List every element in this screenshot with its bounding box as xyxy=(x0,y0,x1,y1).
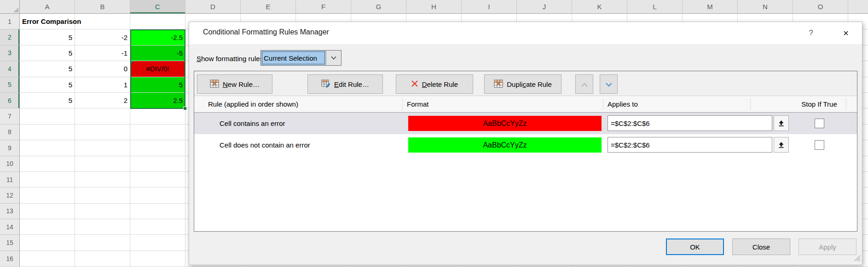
cell-C5[interactable]: 5 xyxy=(130,77,185,93)
column-header-L[interactable]: L xyxy=(627,0,683,14)
cell-A1[interactable]: Error Comparison xyxy=(20,14,75,29)
cell-C11[interactable] xyxy=(130,172,185,187)
column-header-C[interactable]: C xyxy=(130,0,185,14)
cell-C10[interactable] xyxy=(130,156,185,172)
column-header-E[interactable]: E xyxy=(241,0,296,14)
new-rule-button[interactable]: New Rule… xyxy=(197,74,272,94)
cell-B9[interactable] xyxy=(75,140,130,156)
cell-C16[interactable] xyxy=(130,251,185,267)
column-header-F[interactable]: F xyxy=(296,0,351,14)
row-header-13[interactable]: 13 xyxy=(0,204,20,219)
cell-B15[interactable] xyxy=(75,235,130,250)
row-header-6[interactable]: 6 xyxy=(0,93,20,108)
row-header-10[interactable]: 10 xyxy=(0,156,20,172)
row-header-2[interactable]: 2 xyxy=(0,29,20,45)
cell-C12[interactable] xyxy=(130,187,185,203)
cell-B1[interactable] xyxy=(75,14,130,29)
edit-rule-button[interactable]: Edit Rule… xyxy=(307,74,383,94)
row-header-3[interactable]: 3 xyxy=(0,45,20,61)
cell-A7[interactable] xyxy=(20,108,75,124)
cell-C2[interactable]: -2.5 xyxy=(130,29,185,45)
row-header-5[interactable]: 5 xyxy=(0,77,20,93)
column-header-M[interactable]: M xyxy=(683,0,738,14)
stop-if-true-checkbox[interactable] xyxy=(815,140,824,150)
cell-A10[interactable] xyxy=(20,156,75,172)
resize-grip-icon[interactable] xyxy=(854,255,861,263)
row-header-16[interactable]: 16 xyxy=(0,251,20,267)
close-icon[interactable]: ✕ xyxy=(837,26,855,40)
help-icon[interactable]: ? xyxy=(803,26,819,40)
cell-B3[interactable]: -1 xyxy=(75,45,130,61)
cell-B10[interactable] xyxy=(75,156,130,172)
cell-A16[interactable] xyxy=(20,251,75,267)
applies-to-input[interactable] xyxy=(608,115,772,131)
stop-if-true-checkbox[interactable] xyxy=(815,119,824,128)
cell-B2[interactable]: -2 xyxy=(75,29,130,45)
cell-C15[interactable] xyxy=(130,235,185,250)
row-header-8[interactable]: 8 xyxy=(0,125,20,140)
cell-C6[interactable]: 2.5 xyxy=(130,93,185,108)
cell-A3[interactable]: 5 xyxy=(20,45,75,61)
row-header-7[interactable]: 7 xyxy=(0,108,20,124)
row-header-9[interactable]: 9 xyxy=(0,140,20,156)
column-header-D[interactable]: D xyxy=(185,0,241,14)
row-header-1[interactable]: 1 xyxy=(0,14,20,29)
cell-A8[interactable] xyxy=(20,125,75,140)
cell-B14[interactable] xyxy=(75,219,130,235)
ok-button[interactable]: OK xyxy=(666,239,724,255)
cell-C13[interactable] xyxy=(130,204,185,219)
cell-B13[interactable] xyxy=(75,204,130,219)
scope-combobox-value[interactable]: Current Selection xyxy=(261,51,326,65)
cell-A15[interactable] xyxy=(20,235,75,250)
column-header-I[interactable]: I xyxy=(462,0,517,14)
cell-B8[interactable] xyxy=(75,125,130,140)
chevron-down-icon[interactable] xyxy=(326,51,341,65)
row-header-12[interactable]: 12 xyxy=(0,187,20,203)
collapse-dialog-range-picker-icon[interactable] xyxy=(774,115,789,131)
cell-B5[interactable]: 1 xyxy=(75,77,130,93)
cell-A5[interactable]: 5 xyxy=(20,77,75,93)
cell-A2[interactable]: 5 xyxy=(20,29,75,45)
applies-to-input[interactable] xyxy=(608,137,772,153)
close-button[interactable]: Close xyxy=(732,239,790,255)
column-header-O[interactable]: O xyxy=(793,0,848,14)
cell-A11[interactable] xyxy=(20,172,75,187)
cell-C9[interactable] xyxy=(130,140,185,156)
duplicate-rule-button[interactable]: Duplicate Rule xyxy=(484,74,561,94)
cell-B4[interactable]: 0 xyxy=(75,61,130,77)
cell-C1[interactable] xyxy=(130,14,185,29)
column-header-G[interactable]: G xyxy=(351,0,406,14)
cell-A13[interactable] xyxy=(20,204,75,219)
column-header-B[interactable]: B xyxy=(75,0,130,14)
cell-B7[interactable] xyxy=(75,108,130,124)
move-rule-up-button[interactable] xyxy=(575,74,593,94)
cell-B6[interactable]: 2 xyxy=(75,93,130,108)
cell-B12[interactable] xyxy=(75,187,130,203)
collapse-dialog-range-picker-icon[interactable] xyxy=(774,137,789,153)
cell-B11[interactable] xyxy=(75,172,130,187)
column-header-H[interactable]: H xyxy=(406,0,462,14)
cell-C7[interactable] xyxy=(130,108,185,124)
select-all-corner[interactable] xyxy=(0,0,20,14)
cell-A12[interactable] xyxy=(20,187,75,203)
cell-A6[interactable]: 5 xyxy=(20,93,75,108)
cell-C4[interactable]: #DIV/0! xyxy=(130,61,185,77)
cell-C3[interactable]: -5 xyxy=(130,45,185,61)
move-rule-down-button[interactable] xyxy=(600,74,618,94)
column-header-K[interactable]: K xyxy=(572,0,627,14)
row-header-11[interactable]: 11 xyxy=(0,172,20,187)
apply-button[interactable]: Apply xyxy=(799,239,856,255)
rule-row-1[interactable]: Cell contains an errorAaBbCcYyZz xyxy=(194,113,857,134)
cell-B16[interactable] xyxy=(75,251,130,267)
delete-rule-button[interactable]: Delete Rule xyxy=(396,74,473,94)
cell-A14[interactable] xyxy=(20,219,75,235)
row-header-15[interactable]: 15 xyxy=(0,235,20,250)
column-header-J[interactable]: J xyxy=(517,0,572,14)
scope-combobox[interactable]: Current Selection xyxy=(260,50,341,66)
row-header-14[interactable]: 14 xyxy=(0,219,20,235)
row-header-4[interactable]: 4 xyxy=(0,61,20,77)
cell-C8[interactable] xyxy=(130,125,185,140)
dialog-titlebar[interactable]: Conditional Formatting Rules Manager ? ✕ xyxy=(189,22,862,44)
rule-row-2[interactable]: Cell does not contain an errorAaBbCcYyZz xyxy=(194,134,857,156)
column-header-N[interactable]: N xyxy=(738,0,793,14)
